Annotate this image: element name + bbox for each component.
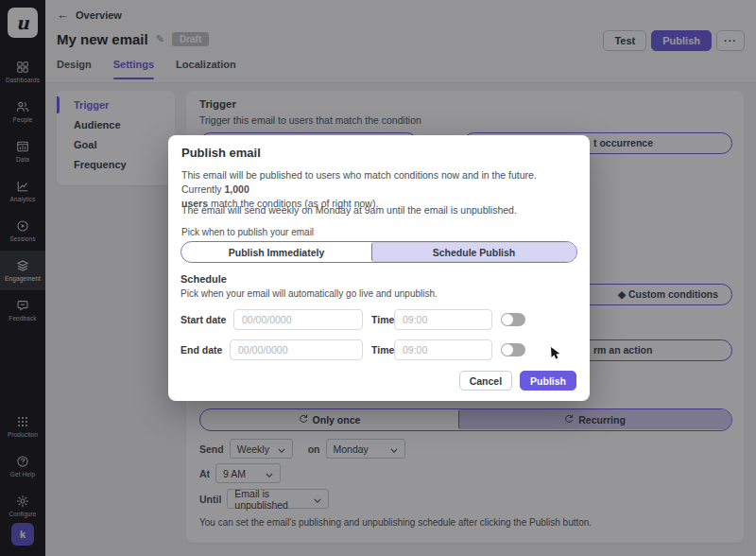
schedule-publish-option[interactable]: Schedule Publish bbox=[371, 242, 576, 262]
toggle-knob bbox=[502, 344, 513, 356]
start-time-toggle[interactable] bbox=[501, 313, 525, 326]
cursor-pointer-icon bbox=[549, 346, 563, 365]
time-label: Time bbox=[371, 339, 394, 360]
modal-paragraph-2: The email will send weekly on Monday at … bbox=[181, 204, 517, 216]
time-label: Time bbox=[371, 309, 394, 330]
schedule-heading: Schedule bbox=[180, 273, 227, 285]
start-date-row: Start date Time bbox=[180, 309, 577, 330]
p1-count: 1,000 bbox=[225, 183, 249, 195]
end-time-input[interactable] bbox=[394, 339, 492, 360]
end-time-toggle[interactable] bbox=[501, 343, 525, 356]
cancel-button[interactable]: Cancel bbox=[459, 371, 512, 391]
start-time-input[interactable] bbox=[394, 309, 492, 330]
toggle-knob bbox=[502, 314, 513, 325]
app-screen: u Dashboards People Data Analytics Sessi… bbox=[0, 0, 756, 556]
publish-immediately-option[interactable]: Publish Immediately bbox=[181, 242, 371, 262]
pick-when-label: Pick when to publish your email bbox=[181, 227, 314, 237]
modal-title: Publish email bbox=[181, 146, 261, 160]
start-date-input[interactable] bbox=[233, 309, 363, 330]
publish-email-modal: Publish email This email will be publish… bbox=[168, 135, 590, 401]
start-date-label: Start date bbox=[180, 309, 226, 330]
modal-publish-button[interactable]: Publish bbox=[520, 371, 576, 391]
end-date-input[interactable] bbox=[230, 339, 363, 360]
publish-mode-segmented-control: Publish Immediately Schedule Publish bbox=[180, 241, 577, 263]
end-date-row: End date Time bbox=[180, 339, 577, 360]
end-date-label: End date bbox=[180, 339, 222, 360]
schedule-description: Pick when your email will automatically … bbox=[180, 288, 438, 299]
